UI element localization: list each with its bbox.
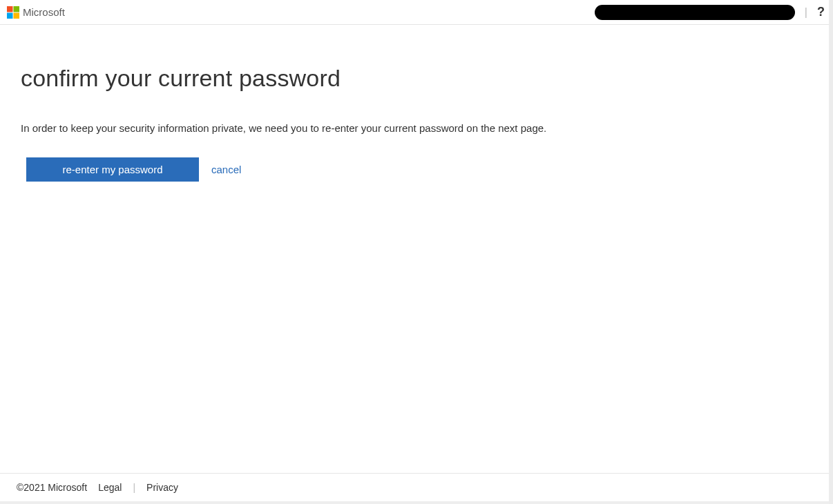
- footer-legal-link[interactable]: Legal: [98, 482, 122, 493]
- microsoft-logo-icon: [7, 6, 19, 19]
- cancel-link[interactable]: cancel: [211, 164, 241, 175]
- header-right: | ?: [595, 5, 825, 20]
- header-left: Microsoft: [7, 6, 65, 19]
- help-icon[interactable]: ?: [817, 5, 825, 19]
- footer: ©2021 Microsoft Legal | Privacy: [0, 473, 833, 501]
- account-info-redacted: [595, 5, 795, 20]
- scrollbar-track: [829, 0, 833, 504]
- header: Microsoft | ?: [0, 0, 833, 25]
- svg-rect-1: [14, 6, 20, 12]
- page-bottom-strip: [0, 501, 833, 504]
- svg-rect-0: [7, 6, 13, 12]
- footer-divider: |: [133, 482, 135, 493]
- footer-copyright: ©2021 Microsoft: [17, 482, 87, 493]
- header-divider: |: [805, 6, 807, 19]
- reenter-password-button[interactable]: re-enter my password: [26, 157, 199, 182]
- description-text: In order to keep your security informati…: [21, 122, 812, 134]
- brand-name: Microsoft: [23, 6, 65, 18]
- page-title: confirm your current password: [21, 65, 812, 92]
- action-row: re-enter my password cancel: [21, 157, 812, 182]
- svg-rect-2: [7, 12, 13, 19]
- svg-rect-3: [14, 12, 20, 19]
- footer-privacy-link[interactable]: Privacy: [146, 482, 178, 493]
- main-content: confirm your current password In order t…: [0, 25, 833, 182]
